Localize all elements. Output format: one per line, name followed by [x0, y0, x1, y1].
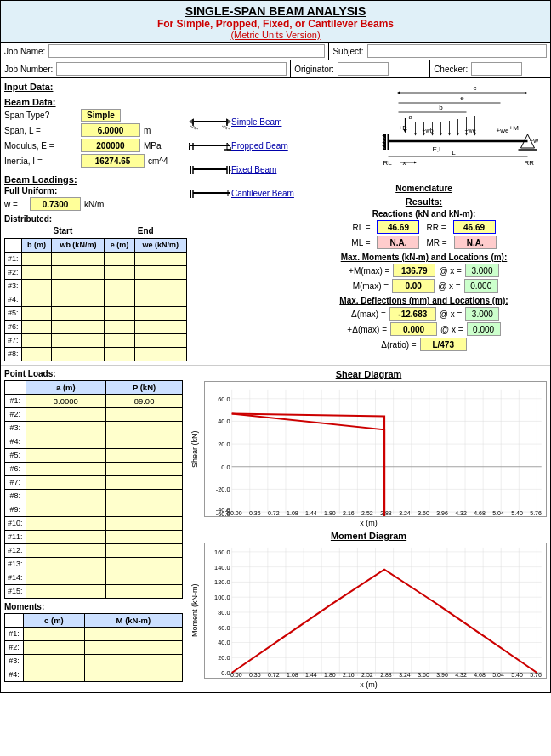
svg-text:x: x [403, 159, 406, 167]
simple-beam-selector[interactable]: Simple Beam [189, 112, 299, 131]
pos-defl-at: @ x = [440, 325, 463, 334]
svg-text:100.0: 100.0 [214, 594, 230, 601]
cantilever-beam-label: Cantilever Beam [231, 189, 294, 198]
inertia-value[interactable]: 16274.65 [81, 154, 145, 168]
neg-defl-value: -12.683 [389, 307, 436, 321]
job-name-label: Job Name: [4, 47, 45, 56]
w-row: w = 0.7300 kN/m [4, 197, 187, 211]
span-type-label: Span Type? [4, 111, 81, 120]
job-number-input[interactable] [56, 62, 287, 76]
point-row: #9: [5, 503, 183, 516]
svg-text:20.0: 20.0 [218, 655, 230, 662]
job-number-label: Job Number: [4, 65, 53, 74]
svg-text:L: L [452, 149, 456, 156]
point-row: #11: [5, 530, 183, 543]
distributed-label: Distributed: [4, 214, 187, 224]
reactions-label: Reactions (kN and kN-m): [301, 209, 547, 219]
shear-line-actual [232, 413, 537, 515]
svg-text:0.0: 0.0 [221, 463, 230, 470]
pos-moment-label: +M(max) = [349, 266, 389, 276]
svg-line-8 [224, 126, 230, 129]
end-header: End [105, 225, 187, 238]
neg-moment-at: @ x = [438, 281, 461, 291]
span-row: Span, L = 6.0000 m [4, 123, 187, 137]
ml-label: ML = [351, 238, 370, 247]
checker-input[interactable] [471, 62, 522, 76]
svg-text:120.0: 120.0 [214, 579, 230, 586]
span-type-value[interactable]: Simple [81, 109, 121, 122]
neg-moment-value: 0.00 [392, 279, 435, 293]
moment-chart-svg: 160.0 140.0 120.0 100.0 80.0 60.0 40.0 2… [205, 543, 546, 678]
modulus-unit: MPa [144, 141, 162, 151]
svg-text:80.0: 80.0 [218, 610, 230, 617]
originator-cell: Originator: [291, 60, 430, 77]
pos-defl-x: 0.000 [467, 322, 501, 336]
moment-x-label: x (m) [190, 680, 547, 689]
subject-input[interactable] [367, 44, 547, 58]
modulus-value[interactable]: 200000 [81, 139, 140, 152]
mr-value: N.A. [454, 236, 497, 249]
pos-moment-x: 3.000 [465, 264, 499, 277]
ml-value: N.A. [377, 236, 419, 249]
moment-row: #1: [5, 627, 183, 640]
point-row: #14: [5, 571, 183, 584]
modulus-label: Modulus, E = [4, 141, 81, 151]
propped-beam-icon [189, 136, 231, 155]
cantilever-beam-icon [189, 184, 231, 202]
modulus-row: Modulus, E = 200000 MPa [4, 139, 187, 152]
fixed-beam-selector[interactable]: Fixed Beam [189, 160, 299, 179]
w-value[interactable]: 0.7300 [30, 197, 81, 211]
dist-row: #1: [5, 252, 187, 265]
point-row: #15: [5, 584, 183, 598]
point-row: #4: [5, 435, 183, 448]
neg-moment-label: -M(max) = [349, 281, 389, 291]
input-data-title: Input Data: [4, 82, 187, 92]
fixed-beam-icon [189, 160, 231, 179]
span-unit: m [144, 126, 151, 135]
rl-label: RL = [352, 223, 370, 232]
propped-beam-selector[interactable]: Propped Beam [189, 136, 299, 155]
main-title: SINGLE-SPAN BEAM ANALYSIS [3, 4, 548, 18]
dist-row: #8: [5, 347, 187, 361]
job-name-cell: Job Name: [1, 43, 329, 60]
job-number-cell: Job Number: [1, 60, 291, 77]
svg-text:40.0: 40.0 [218, 639, 230, 646]
job-row-1: Job Name: Subject: [1, 43, 550, 60]
point-row: #12: [5, 543, 183, 557]
moment-diagram-title: Moment Diagram [190, 531, 547, 541]
moments-table: c (m) M (kN-m) #1: #2: #3: #4: [4, 613, 183, 682]
point-row: #10: [5, 516, 183, 530]
distributed-table: Start End b (m) wb (kN/m) e (m) we (kN/m… [4, 225, 187, 361]
max-moments-label: Max. Moments (kN-m) and Locations (m): [301, 253, 547, 262]
results-title: Results: [301, 196, 547, 207]
svg-text:60.0: 60.0 [218, 624, 230, 631]
moment-x-ticks: 0.000.360.721.081.441.802.162.522.883.24… [230, 672, 542, 678]
point-row: #8: [5, 489, 183, 503]
point-row: #1: 3.0000 89.00 [5, 394, 183, 407]
pos-moment-at: @ x = [439, 266, 462, 276]
inertia-unit: cm^4 [148, 156, 168, 166]
neg-defl-x: 3.000 [465, 307, 499, 321]
point-row: #2: [5, 407, 183, 421]
shear-diagram-title: Shear Diagram [190, 369, 547, 379]
span-value[interactable]: 6.0000 [81, 123, 140, 137]
span-label: Span, L = [4, 126, 81, 135]
svg-text:a: a [409, 113, 413, 121]
dist-row: #6: [5, 320, 187, 333]
moment-line [232, 569, 537, 672]
ratio-label: Δ(ratio) = [381, 340, 416, 350]
subject-cell: Subject: [329, 43, 550, 60]
shear-x-ticks: 0.000.360.721.081.441.802.162.522.883.24… [230, 510, 542, 516]
svg-text:+w: +w [530, 137, 539, 145]
dist-row: #5: [5, 306, 187, 320]
svg-text:e: e [460, 94, 464, 102]
originator-label: Originator: [294, 65, 334, 74]
inertia-row: Inertia, I = 16274.65 cm^4 [4, 154, 187, 168]
beam-loadings-title: Beam Loadings: [4, 174, 187, 185]
dist-row: #4: [5, 293, 187, 306]
neg-moment-x: 0.000 [464, 279, 498, 293]
originator-input[interactable] [338, 62, 389, 76]
job-name-input[interactable] [48, 44, 325, 58]
neg-defl-label: -Δ(max) = [349, 310, 386, 319]
cantilever-beam-selector[interactable]: Cantilever Beam [189, 184, 299, 202]
